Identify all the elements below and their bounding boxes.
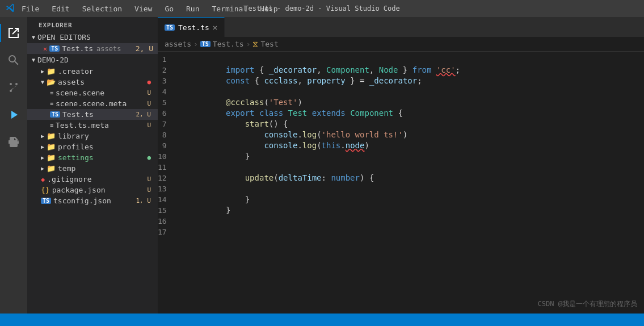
ln-2: 2 [158, 65, 176, 76]
menu-edit[interactable]: Edit [49, 3, 71, 14]
ln-15: 15 [158, 205, 176, 216]
gitignore-badge: U [147, 175, 151, 183]
sidebar-item-tsconfig-json[interactable]: TS tsconfig.json 1, U [27, 195, 158, 206]
ln-8: 8 [158, 129, 176, 140]
gitignore-indent: ◆ .gitignore [27, 175, 92, 183]
search-activity-icon[interactable] [0, 47, 27, 74]
menu-run[interactable]: Run [184, 3, 201, 14]
ln-14: 14 [158, 194, 176, 205]
explorer-activity-icon[interactable] [0, 19, 27, 47]
open-editor-filename: Test.ts [62, 44, 93, 53]
breadcrumb-symbol-icon: ⧖ [252, 39, 258, 49]
tab-ts-icon: TS [165, 24, 175, 31]
tab-close-button[interactable]: ✕ [213, 23, 217, 32]
json-icon: {} [41, 186, 50, 194]
code-editor[interactable]: 1 2 3 4 5 6 7 8 9 10 11 12 13 14 15 16 1… [158, 52, 644, 314]
tsconfig-json-name: tsconfig.json [53, 197, 111, 205]
run-debug-activity-icon[interactable] [0, 101, 27, 128]
ln-4: 4 [158, 86, 176, 97]
menu-file[interactable]: File [19, 3, 41, 14]
temp-chevron: ▶ [41, 165, 44, 172]
package-indent: {} package.json [27, 186, 106, 194]
menu-view[interactable]: View [132, 3, 154, 14]
sidebar-item-library[interactable]: ▶ 📁 library [27, 131, 158, 141]
breadcrumb-sep1: › [193, 40, 198, 48]
profiles-chevron: ▶ [41, 144, 44, 150]
sidebar-item-scene-scene-meta[interactable]: ≡ scene.scene.meta U [27, 98, 158, 109]
line-numbers: 1 2 3 4 5 6 7 8 9 10 11 12 13 14 15 16 1… [158, 52, 176, 314]
library-indent: ▶ 📁 library [27, 132, 89, 140]
test-ts-meta-icon: ≡ [50, 122, 53, 128]
source-control-activity-icon[interactable] [0, 74, 27, 101]
gitignore-name: .gitignore [47, 175, 91, 183]
breadcrumb-ts-icon: TS [200, 41, 211, 47]
ln-12: 12 [158, 173, 176, 183]
creator-indent: ▶ 📁 .creator [27, 67, 94, 76]
settings-indent: ▶ 📁 settings [27, 153, 94, 162]
test-ts-badge: 2, U [136, 111, 151, 118]
ln-13: 13 [158, 183, 176, 194]
ln-17: 17 [158, 227, 176, 237]
menu-selection[interactable]: Selection [80, 3, 124, 14]
sidebar-item-assets[interactable]: ▼ 📂 assets ● [27, 77, 158, 87]
sidebar-item-temp[interactable]: ▶ 📁 temp [27, 163, 158, 174]
sidebar-item-creator[interactable]: ▶ 📁 .creator [27, 66, 158, 77]
library-name: library [58, 132, 89, 140]
demo2d-chevron: ▼ [32, 57, 35, 63]
sidebar-item-package-json[interactable]: {} package.json U [27, 185, 158, 195]
assets-indent: ▼ 📂 assets [27, 78, 85, 86]
open-editor-item-test-ts[interactable]: ✕ TS Test.ts assets 2, U [27, 43, 158, 54]
title-bar-left: File Edit Selection View Go Run Terminal… [6, 3, 280, 14]
scene-indent: ≡ scene.scene [27, 89, 104, 97]
svg-point-0 [10, 83, 12, 85]
profiles-indent: ▶ 📁 profiles [27, 143, 94, 151]
breadcrumb-symbol[interactable]: Test [260, 40, 278, 48]
code-lines[interactable]: import { _decorator, Component, Node } f… [176, 52, 644, 314]
tsconfig-indent: TS tsconfig.json [27, 197, 111, 205]
vscode-logo [6, 3, 15, 14]
ts-file-icon: TS [49, 45, 60, 52]
menu-bar[interactable]: File Edit Selection View Go Run Terminal… [19, 3, 280, 14]
settings-badge: ● [147, 154, 151, 161]
test-ts-icon: TS [50, 111, 60, 118]
open-editors-label: OPEN EDITORS [37, 33, 91, 41]
sidebar-item-test-ts[interactable]: TS Test.ts 2, U [27, 109, 158, 120]
window-title: Test.ts - demo-2d - Visual Studio Code [244, 5, 400, 12]
test-ts-meta-indent: ≡ Test.ts.meta [27, 121, 109, 129]
tab-test-ts[interactable]: TS Test.ts ✕ [158, 17, 225, 37]
settings-name: settings [58, 153, 94, 162]
breadcrumb: assets › TS Test.ts › ⧖ Test [158, 37, 644, 52]
menu-go[interactable]: Go [162, 3, 176, 14]
code-line-1: import { _decorator, Component, Node } f… [176, 54, 644, 65]
code-line-15 [176, 205, 644, 216]
sidebar: EXPLORER ▼ OPEN EDITORS ✕ TS Test.ts ass… [27, 17, 158, 314]
assets-chevron: ▼ [41, 79, 44, 85]
close-editor-icon[interactable]: ✕ [43, 45, 47, 53]
test-ts-meta-badge: U [147, 122, 151, 129]
breadcrumb-assets[interactable]: assets [165, 40, 191, 48]
demo2d-header[interactable]: ▼ DEMO-2D [27, 54, 158, 66]
demo2d-label: DEMO-2D [37, 56, 69, 64]
extensions-activity-icon[interactable] [0, 128, 27, 156]
sidebar-item-gitignore[interactable]: ◆ .gitignore U [27, 174, 158, 185]
scene-meta-icon: ≡ [50, 101, 53, 107]
tsconfig-icon: TS [41, 198, 51, 204]
profiles-folder-icon: 📁 [47, 143, 56, 151]
sidebar-item-settings[interactable]: ▶ 📁 settings ● [27, 152, 158, 163]
sidebar-item-test-ts-meta[interactable]: ≡ Test.ts.meta U [27, 120, 158, 131]
ln-9: 9 [158, 140, 176, 151]
creator-chevron: ▶ [41, 68, 44, 74]
open-editors-header[interactable]: ▼ OPEN EDITORS [27, 31, 158, 43]
ln-11: 11 [158, 162, 176, 173]
watermark: CSDN @我是一个有理想的程序员 [538, 299, 637, 309]
temp-folder-icon: 📁 [47, 164, 56, 173]
breadcrumb-file[interactable]: Test.ts [213, 40, 244, 48]
breadcrumb-sep2: › [246, 40, 251, 48]
scene-scene-badge: U [147, 89, 151, 97]
sidebar-item-profiles[interactable]: ▶ 📁 profiles [27, 141, 158, 152]
ln-7: 7 [158, 119, 176, 129]
library-chevron: ▶ [41, 133, 44, 139]
sidebar-item-scene-scene[interactable]: ≡ scene.scene U [27, 87, 158, 98]
title-bar: File Edit Selection View Go Run Terminal… [0, 0, 644, 17]
library-folder-icon: 📁 [47, 132, 56, 140]
